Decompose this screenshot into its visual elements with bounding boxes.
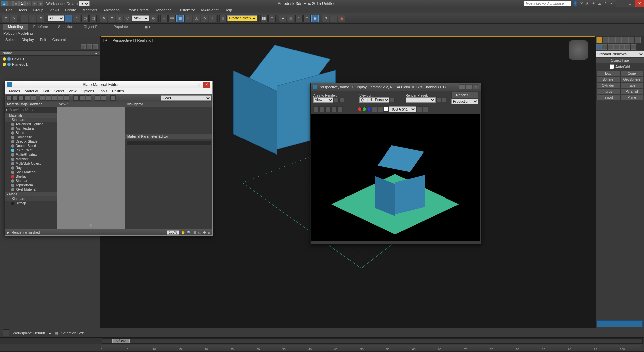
obj-pyramid[interactable]: Pyramid: [620, 89, 644, 94]
sl-pick-icon[interactable]: [12, 95, 18, 101]
curve-editor-button[interactable]: ∿: [295, 15, 303, 22]
binoculars-icon[interactable]: 🔍: [89, 224, 94, 228]
material-item[interactable]: Top/Bottom: [5, 183, 57, 187]
ribbon-selection[interactable]: Selection: [53, 24, 78, 30]
signin-icon[interactable]: 👤: [573, 1, 578, 6]
preset-select[interactable]: -----------------: [406, 97, 436, 103]
ribbon-panel-label[interactable]: Polygon Modeling: [3, 31, 33, 35]
selection-filter[interactable]: All: [48, 15, 64, 21]
rotate-button[interactable]: ⟲: [108, 15, 115, 22]
rw-green-icon[interactable]: [362, 107, 366, 111]
menu-views[interactable]: Views: [47, 7, 62, 13]
lock-viewport-icon[interactable]: [390, 98, 395, 102]
color-swatch[interactable]: [597, 320, 643, 327]
slate-nav-extents-icon[interactable]: ⊞: [193, 231, 196, 234]
render-maximize[interactable]: ☐: [466, 84, 472, 90]
slate-minimize[interactable]: —: [187, 82, 195, 88]
menu-animation[interactable]: Animation: [101, 7, 122, 13]
rw-mono-icon[interactable]: [378, 106, 383, 112]
ws-swatch[interactable]: [3, 329, 9, 336]
autogrid-checkbox[interactable]: [610, 64, 614, 69]
obj-cone[interactable]: Cone: [620, 71, 644, 76]
named-selset[interactable]: Create Selection Se: [227, 15, 257, 21]
menu-rendering[interactable]: Rendering: [152, 7, 174, 13]
sl-up-icon[interactable]: [86, 95, 91, 101]
time-slider[interactable]: 0 / 100: [102, 338, 643, 344]
utilities-tab-icon[interactable]: [628, 37, 634, 43]
sl-menu-material[interactable]: Material: [23, 88, 40, 94]
link-button[interactable]: ⟋: [21, 15, 28, 22]
pivot-button[interactable]: ⊙: [150, 15, 157, 22]
undo-icon[interactable]: ↶: [25, 1, 31, 6]
material-item[interactable]: Morpher: [5, 157, 57, 161]
menu-edit[interactable]: Edit: [3, 7, 15, 13]
move-button[interactable]: ✥: [100, 15, 107, 22]
map-bitmap[interactable]: Bitmap: [5, 201, 57, 205]
search-input[interactable]: [524, 1, 571, 6]
material-item[interactable]: Standard: [5, 179, 57, 183]
slate-view-area[interactable]: View1 🔍: [57, 102, 125, 229]
time-indicator[interactable]: 0 / 100: [112, 339, 130, 343]
sl-menu-view[interactable]: View: [67, 88, 79, 94]
material-item[interactable]: Blend: [5, 131, 57, 135]
menu-create[interactable]: Create: [62, 7, 79, 13]
mirror-button[interactable]: ▮▮: [260, 15, 268, 22]
scale-button[interactable]: ◱: [116, 15, 123, 22]
menu-help[interactable]: Help: [222, 7, 235, 13]
slate-view-select[interactable]: View1: [161, 95, 211, 101]
spinner-snap-button[interactable]: ↕: [209, 15, 216, 22]
sl-menu-modes[interactable]: Modes: [7, 88, 22, 94]
slate-nav-region-icon[interactable]: ▭: [198, 231, 201, 234]
bind-button[interactable]: ≋: [37, 15, 44, 22]
layers-button[interactable]: ≣: [279, 15, 286, 22]
rw-toggle-ui-icon[interactable]: [423, 106, 428, 112]
sl-layout-icon[interactable]: [52, 95, 57, 101]
sl-layout2-icon[interactable]: [58, 95, 63, 101]
se-options-icon[interactable]: [93, 44, 98, 49]
cloud-icon[interactable]: ☁: [597, 1, 602, 6]
slate-titlebar[interactable]: Slate Material Editor — ☐ ✕: [5, 81, 212, 88]
slate-view-tab[interactable]: View1: [57, 102, 125, 107]
window-crossing-button[interactable]: ◫: [89, 15, 97, 22]
menu-tools[interactable]: Tools: [16, 7, 30, 13]
helpers-icon[interactable]: [619, 44, 625, 50]
star-icon[interactable]: ★: [585, 1, 590, 6]
star2-icon[interactable]: ✦: [591, 1, 596, 6]
sl-hide-icon[interactable]: [46, 95, 51, 101]
lights-icon[interactable]: [608, 44, 613, 50]
snap3-button[interactable]: 3: [184, 15, 192, 22]
sl-back-icon[interactable]: [101, 95, 106, 101]
obj-tube[interactable]: Tube: [620, 83, 644, 88]
select-object-button[interactable]: ▭: [65, 15, 72, 22]
se-menu-select[interactable]: Select: [3, 37, 18, 42]
cat-maps[interactable]: - Maps: [5, 192, 57, 196]
es-toggle-button[interactable]: ⊞: [219, 15, 227, 22]
sl-grid-icon[interactable]: [64, 95, 69, 101]
slate-nav-all-icon[interactable]: ◈: [208, 231, 210, 234]
obj-cylinder[interactable]: Cylinder: [596, 83, 620, 88]
rw-copy-icon[interactable]: [319, 106, 325, 112]
material-editor-button[interactable]: ◉: [311, 15, 319, 22]
scene-header[interactable]: Name▲: [0, 50, 100, 56]
slate-nav-zoom-icon[interactable]: 🔍: [187, 231, 191, 234]
mpe-name-input[interactable]: [127, 141, 211, 145]
se-clear-icon[interactable]: [81, 44, 86, 49]
motion-tab-icon[interactable]: [615, 37, 622, 43]
track-bar[interactable]: 0510152025303540455055606570758085909510…: [0, 344, 644, 351]
systems-icon[interactable]: [631, 44, 636, 50]
sl-move-icon[interactable]: [40, 95, 45, 101]
snap-button[interactable]: ▦: [176, 15, 184, 22]
object-type-rollout[interactable]: Object Type: [596, 58, 644, 63]
visibility-icon[interactable]: [3, 57, 6, 61]
undo-button[interactable]: ↶: [2, 15, 9, 22]
sl-menu-tools[interactable]: Tools: [97, 88, 109, 94]
se-menu-customize[interactable]: Customize: [50, 37, 72, 42]
obj-teapot[interactable]: Teapot: [596, 95, 620, 100]
cat-maps-standard[interactable]: - Standard: [5, 196, 57, 201]
se-filter-icon[interactable]: [87, 44, 92, 49]
menu-maxscript[interactable]: MAXScript: [199, 7, 221, 13]
production-select[interactable]: Production: [451, 99, 478, 104]
open-icon[interactable]: ▭: [13, 1, 19, 6]
material-item[interactable]: Architectural: [5, 126, 57, 131]
sl-menu-utilities[interactable]: Utilities: [110, 88, 126, 94]
